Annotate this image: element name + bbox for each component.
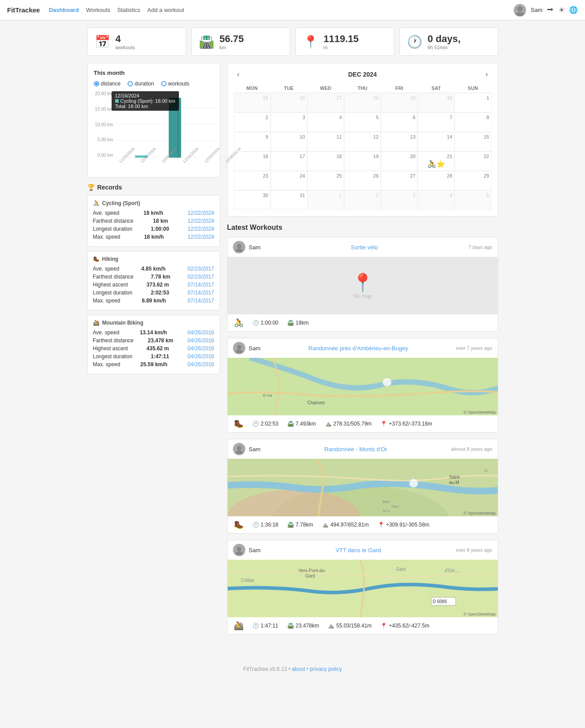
duration-value: 1:00:00 — [261, 320, 279, 326]
cal-prev[interactable]: ‹ — [234, 70, 243, 79]
records-label: Records — [97, 184, 122, 191]
clock-icon: 🕐 — [252, 320, 259, 326]
cal-cell: 24 — [271, 171, 307, 190]
record-date[interactable]: 04/26/2016 — [187, 361, 214, 368]
record-date[interactable]: 07/14/2017 — [187, 298, 214, 304]
cal-cell: 23 — [234, 171, 271, 190]
record-date[interactable]: 12/22/2024 — [187, 226, 214, 232]
settings-icon[interactable]: 🌐 — [569, 6, 578, 14]
no-map-pin-icon: 📍 — [352, 272, 374, 293]
workout-title-1[interactable]: Sortie vélo — [351, 244, 378, 251]
record-date[interactable]: 07/14/2017 — [187, 290, 214, 296]
svg-text:Chanves: Chanves — [307, 400, 325, 405]
cal-month-title: DEC 2024 — [348, 71, 377, 78]
navbar-nav: Dashboard Workouts Statistics Add a work… — [49, 7, 514, 13]
workout-title-3[interactable]: Randonnée - Monts d'Or — [324, 446, 387, 453]
cal-cell: 5 — [454, 190, 491, 210]
record-duration: Longest duration 1:00:00 12/22/2024 — [93, 226, 214, 232]
radio-label-distance: distance — [101, 81, 121, 87]
radio-distance[interactable]: distance — [94, 81, 121, 87]
nav-workouts[interactable]: Workouts — [86, 7, 110, 13]
workout-title-2[interactable]: Randonnée près d'Ambérieu-en-Bugey — [308, 345, 408, 352]
logout-icon[interactable]: ⮕ — [547, 6, 554, 14]
map-svg-2: D rra Chanves — [228, 358, 498, 415]
tooltip-dot — [115, 99, 119, 103]
record-date[interactable]: 07/14/2017 — [187, 282, 214, 288]
cal-next[interactable]: › — [482, 70, 491, 79]
workout-title-4[interactable]: VTT dans le Gard — [336, 547, 381, 554]
distance-stat: 🛣️ 7.78km — [287, 522, 313, 528]
record-label: Farthest distance — [93, 337, 134, 344]
record-date[interactable]: 12/22/2024 — [187, 218, 214, 224]
record-date[interactable]: 12/22/2024 — [187, 234, 214, 240]
cal-cell: 4 — [307, 112, 344, 132]
record-label: Max. speed — [93, 298, 120, 304]
hiking-icon: 🥾 — [234, 419, 244, 429]
map-copyright-3: © OpenStreetMap — [464, 511, 496, 515]
radio-duration[interactable]: duration — [128, 81, 154, 87]
hiking-icon: 🥾 — [234, 520, 244, 530]
two-col-layout: This month distance duration workouts — [87, 63, 498, 641]
record-avg-speed: Ave. speed 18 km/h 12/22/2024 — [93, 210, 214, 216]
cal-cell: 25 — [307, 171, 344, 190]
record-date[interactable]: 04/26/2016 — [187, 337, 214, 344]
footer-about-link[interactable]: about — [292, 666, 305, 672]
cal-cell-workout[interactable]: 21🚴⭐ — [418, 151, 454, 171]
record-date[interactable]: 12/22/2024 — [187, 210, 214, 216]
record-date[interactable]: 04/26/2016 — [187, 353, 214, 360]
record-date[interactable]: 02/23/2017 — [187, 266, 214, 272]
nav-add-workout[interactable]: Add a workout — [147, 7, 184, 13]
right-column: ‹ DEC 2024 › MON TUE WED THU FRI SAT SUN… — [227, 63, 498, 641]
footer-privacy-link[interactable]: privacy policy — [310, 666, 342, 672]
no-map-text: No map — [353, 293, 372, 299]
cal-cell: 16 — [234, 151, 271, 171]
radio-workouts[interactable]: workouts — [161, 81, 190, 87]
svg-point-15 — [236, 248, 243, 252]
workout-time-1: 7 days ago — [469, 244, 492, 250]
record-value: 1:47:11 — [151, 353, 169, 360]
hiking-avg-speed: Ave. speed 4.85 km/h 02/23/2017 — [93, 266, 214, 272]
radio-dot-workouts — [161, 81, 167, 86]
theme-icon[interactable]: ☀ — [558, 6, 565, 14]
footer-separator-2: • — [306, 666, 310, 672]
svg-text:N...: N... — [484, 469, 491, 473]
elevation-stat: ⛰️ 278.31/505.79m — [325, 421, 372, 427]
workout-map-1: 📍 No map — [228, 257, 498, 314]
duration-value: 1:36:18 — [261, 522, 279, 528]
record-value: 18 km/h — [143, 210, 163, 216]
record-value: 4.85 km/h — [141, 266, 166, 272]
svg-text:D 6086: D 6086 — [433, 599, 447, 604]
nav-statistics[interactable]: Statistics — [117, 7, 140, 13]
record-label: Ave. speed — [93, 210, 120, 216]
stat-distance-info: 56.75 km — [220, 33, 244, 50]
stat-duration-info: 0 days, 6h 51min — [428, 33, 461, 50]
latest-workouts-section: Latest Workouts Sam Sortie vélo 7 days a… — [227, 224, 498, 635]
duration-stat: 🕐 1:36:18 — [252, 522, 279, 528]
distance-value: 18km — [296, 320, 309, 326]
record-date[interactable]: 02/23/2017 — [187, 274, 214, 280]
distance-label: km — [220, 45, 244, 50]
elevation-value: 278.31/505.79m — [333, 421, 372, 427]
hiking-max-speed: Max. speed 6.89 km/h 07/14/2017 — [93, 298, 214, 304]
elevation-value: 1119.15 — [324, 33, 359, 45]
record-date[interactable]: 04/26/2016 — [187, 345, 214, 352]
mountain-icon: ⛰️ — [325, 421, 332, 427]
radio-label-workouts: workouts — [168, 81, 190, 87]
record-value: 25.59 km/h — [140, 361, 167, 368]
cal-cell: 29 — [454, 171, 491, 190]
record-label: Max. speed — [93, 234, 120, 240]
nav-dashboard[interactable]: Dashboard — [49, 7, 79, 13]
workout-username-4: Sam — [249, 547, 261, 554]
cal-cell: 26 — [271, 93, 307, 112]
record-label: Ave. speed — [93, 266, 120, 272]
chart-area: 12/16/2024 Cycling (Sport): 18.00 km Tot… — [94, 91, 213, 171]
workout-card-2: Sam Randonnée près d'Ambérieu-en-Bugey o… — [227, 338, 498, 433]
record-date[interactable]: 04/26/2016 — [187, 329, 214, 336]
tooltip-sport: Cycling (Sport): 18.00 km — [120, 98, 175, 104]
stat-card-elevation: 📍 1119.15 m — [295, 27, 394, 56]
elevation-icon: 📍 — [303, 35, 318, 49]
cal-cell: 11 — [307, 132, 344, 151]
records-section: 🏆 Records 🚴 Cycling (Sport) Ave. speed 1… — [87, 184, 220, 374]
record-value: 18 km/h — [144, 234, 164, 240]
hiking-name: Hiking — [102, 256, 119, 262]
